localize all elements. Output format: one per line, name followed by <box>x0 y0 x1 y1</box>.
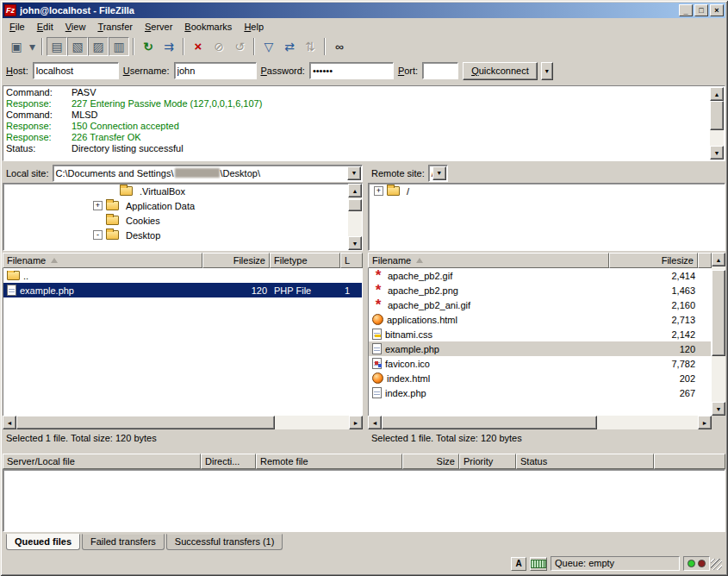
expander-icon[interactable]: + <box>93 201 103 210</box>
tree-item-application-data[interactable]: + Application Data <box>3 198 362 213</box>
scroll-thumb[interactable] <box>16 416 275 429</box>
local-column-filesize[interactable]: Filesize <box>202 253 270 268</box>
sync-browsing-button[interactable]: ⇅ <box>300 37 320 56</box>
scroll-up-icon[interactable]: ▲ <box>348 184 362 197</box>
remote-column-filename[interactable]: Filename <box>368 253 609 268</box>
tree-item-virtualbox[interactable]: .VirtualBox <box>3 184 362 198</box>
menu-transfer[interactable]: Transfer <box>91 19 139 34</box>
local-column-filename[interactable]: Filename <box>3 253 202 268</box>
send-led-icon <box>698 560 706 567</box>
local-column-lastmodified[interactable]: L <box>340 253 363 268</box>
file-row[interactable]: index.html 202 <box>369 371 711 385</box>
comparison-button[interactable]: ⇄ <box>279 37 300 56</box>
scroll-left-icon[interactable]: ◄ <box>3 416 16 429</box>
remote-list-vscrollbar[interactable]: ▲ ▼ <box>712 253 725 416</box>
sort-ascending-icon <box>51 258 58 263</box>
username-input[interactable] <box>174 62 257 79</box>
toggle-local-tree-button[interactable]: ▧ <box>67 37 88 56</box>
local-list-hscrollbar[interactable]: ◄ ► <box>3 416 363 429</box>
queue-column-remote-file[interactable]: Remote file <box>256 454 402 469</box>
expander-icon[interactable]: + <box>374 186 383 196</box>
process-queue-button[interactable]: ⇉ <box>159 37 179 56</box>
comparison-icon: ⇄ <box>284 41 295 53</box>
chevron-down-icon[interactable]: ▼ <box>347 166 361 180</box>
cancel-button[interactable]: × <box>188 37 208 56</box>
minimize-button[interactable]: _ <box>679 4 693 16</box>
tab-queued-files[interactable]: Queued files <box>6 534 80 550</box>
menu-view[interactable]: View <box>59 19 92 34</box>
scroll-left-icon[interactable]: ◄ <box>368 416 382 429</box>
quickconnect-button[interactable]: Quickconnect <box>463 62 538 80</box>
log-text: Directory listing successful <box>72 143 184 153</box>
log-text: 227 Entering Passive Mode (127,0,0,1,6,1… <box>72 98 262 109</box>
host-input[interactable] <box>33 62 119 79</box>
queue-list[interactable] <box>3 469 725 532</box>
scroll-down-icon[interactable]: ▼ <box>348 236 362 250</box>
reconnect-button[interactable]: ↺ <box>229 37 250 56</box>
queue-column-priority[interactable]: Priority <box>459 454 516 469</box>
queue-column-direction[interactable]: Directi... <box>201 454 256 469</box>
toggle-log-button[interactable]: ▤ <box>47 37 67 56</box>
password-input[interactable] <box>309 62 394 79</box>
menu-help[interactable]: Help <box>238 19 270 34</box>
remote-site-combo[interactable]: / ▼ <box>428 165 448 182</box>
scroll-thumb[interactable] <box>710 101 724 130</box>
file-row[interactable]: bitnami.css 2,142 <box>369 327 711 341</box>
toggle-remote-tree-button[interactable]: ▨ <box>88 37 109 56</box>
local-site-combo[interactable]: C:\Documents and Settings\\Desktop\ ▼ <box>53 165 363 182</box>
tree-item-root[interactable]: + / <box>369 184 725 198</box>
local-tree-scrollbar[interactable]: ▲ ▼ <box>348 184 362 250</box>
broken-image-icon <box>372 299 384 310</box>
file-row[interactable]: apache_pb2.png 1,463 <box>369 283 711 297</box>
menu-edit[interactable]: Edit <box>31 19 59 34</box>
file-row[interactable]: favicon.ico 7,782 <box>369 356 711 371</box>
file-row[interactable]: index.php 267 <box>369 385 711 400</box>
tab-successful-transfers[interactable]: Successful transfers (1) <box>166 534 283 550</box>
scroll-down-icon[interactable]: ▼ <box>712 402 725 416</box>
tree-item-cookies[interactable]: Cookies <box>3 213 362 228</box>
file-row-example-php[interactable]: example.php 120 PHP File 1 <box>3 283 362 297</box>
close-button[interactable]: × <box>710 4 724 16</box>
tree-item-desktop[interactable]: - Desktop <box>3 228 362 242</box>
filter-button[interactable]: ▽ <box>258 37 279 56</box>
chevron-down-icon[interactable]: ▼ <box>432 166 446 180</box>
toolbar: ▣ ▾ ▤ ▧ ▨ ▥ ↻ ⇉ × ⊘ ↺ ▽ ⇄ ⇅ ∞ <box>3 35 725 58</box>
remote-column-filesize[interactable]: Filesize <box>609 253 698 268</box>
menu-server[interactable]: Server <box>139 19 178 34</box>
scroll-down-icon[interactable]: ▼ <box>710 146 724 160</box>
refresh-button[interactable]: ↻ <box>138 37 159 56</box>
find-button[interactable]: ∞ <box>329 37 350 56</box>
site-manager-dropdown-button[interactable]: ▾ <box>27 37 38 56</box>
menu-bookmarks[interactable]: Bookmarks <box>178 19 238 34</box>
maximize-button[interactable]: □ <box>694 4 708 16</box>
title-bar[interactable]: Fz john@localhost - FileZilla _ □ × <box>3 3 725 18</box>
scroll-right-icon[interactable]: ► <box>698 416 712 429</box>
queue-column-size[interactable]: Size <box>402 454 459 469</box>
log-scrollbar[interactable]: ▲ ▼ <box>710 87 724 160</box>
port-input[interactable] <box>422 62 458 79</box>
queue-column-local-file[interactable]: Server/Local file <box>3 454 201 469</box>
scroll-right-icon[interactable]: ► <box>349 416 363 429</box>
remote-list-hscrollbar[interactable]: ◄ ► <box>368 416 712 429</box>
toggle-queue-button[interactable]: ▥ <box>109 37 129 56</box>
resize-grip[interactable] <box>711 559 722 570</box>
tab-failed-transfers[interactable]: Failed transfers <box>82 534 165 550</box>
quickconnect-dropdown-button[interactable]: ▾ <box>541 62 553 80</box>
file-row-parent-dir[interactable]: .. <box>3 268 362 283</box>
site-manager-button[interactable]: ▣ <box>6 37 27 56</box>
remote-file-list: Filename Filesize apache_pb2.gif 2,414 a… <box>368 253 712 429</box>
scroll-up-icon[interactable]: ▲ <box>710 87 724 101</box>
local-column-filetype[interactable]: Filetype <box>270 253 340 268</box>
expander-icon[interactable]: - <box>93 230 103 240</box>
file-row[interactable]: applications.html 2,713 <box>369 312 711 327</box>
scroll-thumb[interactable] <box>712 270 725 356</box>
file-row[interactable]: apache_pb2.gif 2,414 <box>369 268 711 283</box>
queue-column-status[interactable]: Status <box>516 454 654 469</box>
menu-file[interactable]: File <box>3 19 31 34</box>
scroll-thumb[interactable] <box>348 199 362 211</box>
disconnect-button[interactable]: ⊘ <box>208 37 229 56</box>
file-row-example-php[interactable]: example.php 120 <box>369 341 711 356</box>
scroll-up-icon[interactable]: ▲ <box>712 253 725 266</box>
scroll-thumb[interactable] <box>382 416 597 429</box>
file-row[interactable]: apache_pb2_ani.gif 2,160 <box>369 297 711 312</box>
